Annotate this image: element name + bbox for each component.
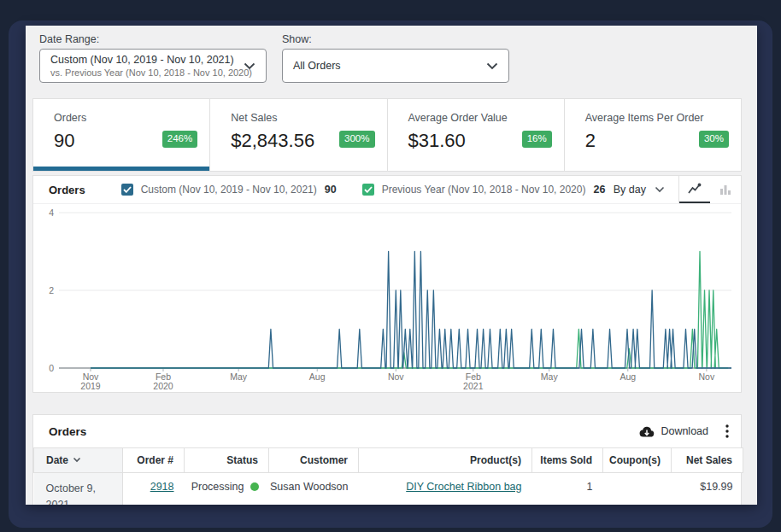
interval-selector[interactable]: By day bbox=[614, 184, 665, 196]
svg-text:2: 2 bbox=[49, 285, 54, 295]
analytics-page: Date Range: Custom (Nov 10, 2019 - Nov 1… bbox=[26, 26, 757, 505]
column-header-items-sold[interactable]: Items Sold bbox=[532, 448, 603, 473]
column-header-order-number[interactable]: Order # bbox=[123, 448, 185, 473]
product-link[interactable]: DIY Crochet Ribbon bag bbox=[406, 481, 521, 493]
svg-text:4: 4 bbox=[49, 208, 54, 218]
date-range-compare: vs. Previous Year (Nov 10, 2018 - Nov 10… bbox=[50, 67, 244, 79]
table-header-bar: Orders Download bbox=[33, 415, 741, 447]
chart-type-switcher bbox=[678, 176, 741, 203]
svg-text:Aug: Aug bbox=[309, 371, 326, 382]
card-label: Net Sales bbox=[231, 112, 386, 124]
cell-net-sales: $19.99 bbox=[672, 473, 743, 506]
svg-text:May: May bbox=[230, 371, 248, 382]
line-chart-icon[interactable] bbox=[679, 176, 710, 203]
cell-status: Processing bbox=[185, 473, 269, 506]
trend-badge: 16% bbox=[522, 131, 552, 148]
card-label: Average Order Value bbox=[408, 112, 564, 124]
orders-chart-card: Orders Custom (Nov 10, 2019 - Nov 10, 20… bbox=[32, 175, 742, 393]
date-range-value: Custom (Nov 10, 2019 - Nov 10, 2021) bbox=[50, 53, 244, 67]
checkbox-checked-icon bbox=[121, 184, 133, 196]
svg-text:Nov: Nov bbox=[699, 371, 715, 382]
date-range-dropdown[interactable]: Custom (Nov 10, 2019 - Nov 10, 2021) vs.… bbox=[39, 49, 267, 83]
column-header-date[interactable]: Date bbox=[34, 448, 123, 473]
series-toggle-value: 90 bbox=[325, 184, 337, 196]
column-header-net-sales[interactable]: Net Sales bbox=[672, 448, 743, 473]
ellipsis-vertical-icon bbox=[725, 424, 729, 438]
date-range-label: Date Range: bbox=[39, 33, 99, 45]
cell-coupons bbox=[603, 473, 672, 506]
table-row: October 9, 2021 2918 Processing Susan Wo… bbox=[34, 473, 743, 506]
svg-text:2019: 2019 bbox=[80, 381, 101, 391]
cell-date: October 9, 2021 bbox=[34, 473, 123, 506]
summary-card-average-order-value[interactable]: Average Order Value $31.60 16% bbox=[387, 99, 564, 171]
series-toggle-label: Previous Year (Nov 10, 2018 - Nov 10, 20… bbox=[382, 184, 586, 196]
series-toggle-value: 26 bbox=[593, 184, 605, 196]
column-header-products[interactable]: Product(s) bbox=[359, 448, 532, 473]
svg-text:0: 0 bbox=[49, 363, 54, 373]
orders-table: Date Order # Status Customer Product(s) … bbox=[33, 447, 743, 505]
cell-products: DIY Crochet Ribbon bag bbox=[359, 473, 532, 506]
trend-badge: 30% bbox=[699, 131, 729, 148]
download-label: Download bbox=[661, 425, 708, 437]
chevron-down-icon bbox=[486, 62, 498, 70]
cell-items-sold: 1 bbox=[532, 473, 603, 506]
svg-text:2021: 2021 bbox=[463, 381, 484, 391]
card-label: Average Items Per Order bbox=[585, 112, 741, 124]
chart-header: Orders Custom (Nov 10, 2019 - Nov 10, 20… bbox=[33, 176, 741, 204]
summary-card-net-sales[interactable]: Net Sales $2,843.56 300% bbox=[209, 99, 386, 171]
interval-value: By day bbox=[614, 184, 646, 196]
bar-chart-icon[interactable] bbox=[710, 176, 741, 203]
summary-card-orders[interactable]: Orders 90 246% bbox=[33, 99, 209, 171]
trend-badge: 246% bbox=[162, 131, 197, 148]
svg-text:Aug: Aug bbox=[620, 371, 636, 382]
checkbox-checked-icon bbox=[362, 184, 374, 196]
card-label: Orders bbox=[54, 112, 209, 124]
table-menu-button[interactable] bbox=[725, 424, 729, 438]
chevron-down-icon bbox=[244, 62, 255, 70]
summary-card-average-items-per-order[interactable]: Average Items Per Order 2 30% bbox=[564, 99, 741, 171]
cell-customer: Susan Woodson bbox=[269, 473, 359, 506]
table-title: Orders bbox=[49, 425, 86, 438]
column-header-coupons[interactable]: Coupon(s) bbox=[603, 448, 672, 473]
show-filter-dropdown[interactable]: All Orders bbox=[282, 49, 509, 83]
chart-title: Orders bbox=[49, 184, 85, 196]
cloud-download-icon bbox=[639, 426, 655, 437]
svg-text:2020: 2020 bbox=[153, 381, 173, 391]
trend-badge: 300% bbox=[339, 131, 374, 148]
column-header-status[interactable]: Status bbox=[185, 448, 269, 473]
show-filter-label: Show: bbox=[282, 33, 312, 45]
series-toggle-custom[interactable]: Custom (Nov 10, 2019 - Nov 10, 2021) 90 bbox=[121, 184, 337, 196]
show-filter-value: All Orders bbox=[293, 59, 486, 73]
table-header-row: Date Order # Status Customer Product(s) … bbox=[34, 448, 743, 473]
orders-chart[interactable]: 024Nov2019Feb2020MayAugNovFeb2021MayAugN… bbox=[37, 208, 741, 391]
order-number-link[interactable]: 2918 bbox=[150, 481, 174, 493]
download-button[interactable]: Download bbox=[639, 425, 708, 437]
status-dot-icon bbox=[250, 482, 259, 491]
column-header-customer[interactable]: Customer bbox=[269, 448, 359, 473]
svg-text:Nov: Nov bbox=[388, 371, 404, 382]
chevron-down-icon bbox=[655, 186, 665, 193]
svg-text:May: May bbox=[541, 371, 559, 382]
summary-cards: Orders 90 246% Net Sales $2,843.56 300% … bbox=[32, 98, 742, 172]
series-toggle-label: Custom (Nov 10, 2019 - Nov 10, 2021) bbox=[141, 184, 317, 196]
orders-table-card: Orders Download bbox=[32, 414, 742, 505]
cell-order-number: 2918 bbox=[123, 473, 185, 506]
sort-descending-icon bbox=[73, 457, 81, 463]
series-toggle-previous-year[interactable]: Previous Year (Nov 10, 2018 - Nov 10, 20… bbox=[362, 184, 606, 196]
